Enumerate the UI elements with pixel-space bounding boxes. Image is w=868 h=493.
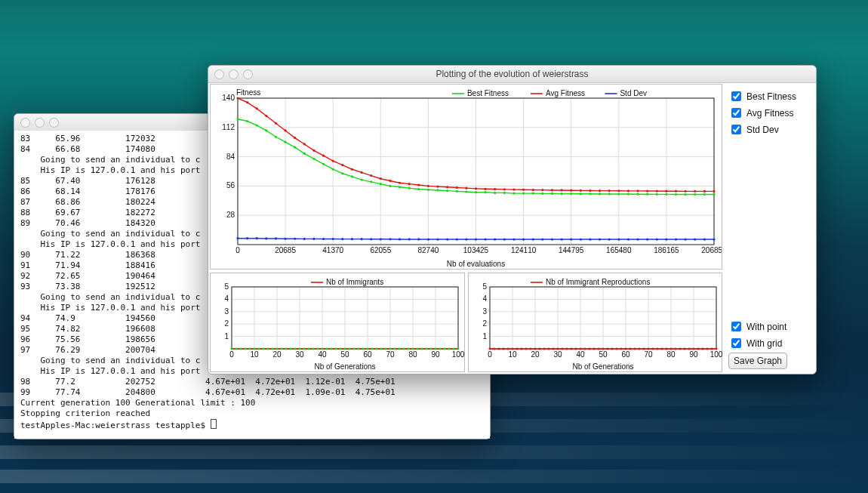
svg-point-326 — [615, 348, 617, 350]
svg-point-130 — [341, 238, 343, 240]
checkbox-input[interactable] — [731, 125, 741, 134]
svg-point-101 — [551, 189, 553, 191]
svg-point-103 — [570, 189, 572, 192]
svg-point-82 — [370, 174, 372, 177]
terminal-prompt: testApples-Mac:weierstrass testapple$ — [20, 421, 211, 430]
svg-point-94 — [485, 188, 487, 190]
svg-point-164 — [665, 238, 667, 240]
svg-text:Std Dev: Std Dev — [620, 89, 647, 97]
svg-point-69 — [246, 101, 248, 103]
svg-point-122 — [265, 237, 267, 239]
zoom-icon[interactable] — [49, 118, 59, 128]
svg-text:165480: 165480 — [606, 246, 632, 254]
svg-point-315 — [565, 348, 568, 350]
svg-point-57 — [617, 193, 620, 195]
svg-text:10: 10 — [508, 350, 517, 359]
svg-point-243 — [375, 348, 377, 350]
svg-text:0: 0 — [229, 350, 234, 359]
svg-point-150 — [532, 238, 534, 240]
plot-window: Plotting of the evolution of weierstrass… — [208, 65, 817, 374]
checkbox-input[interactable] — [731, 338, 741, 348]
svg-text:4: 4 — [224, 295, 229, 304]
checkbox-best-fitness[interactable]: Best Fitness — [728, 89, 811, 103]
save-graph-button[interactable]: Save Graph — [728, 353, 787, 369]
svg-point-331 — [638, 348, 640, 350]
svg-text:10: 10 — [250, 350, 259, 359]
svg-point-120 — [246, 237, 248, 239]
svg-text:50: 50 — [599, 350, 608, 359]
svg-point-108 — [617, 189, 620, 192]
svg-point-321 — [593, 348, 595, 350]
checkbox-input[interactable] — [731, 322, 741, 331]
svg-point-51 — [560, 193, 562, 195]
checkbox-input[interactable] — [731, 108, 741, 118]
svg-point-102 — [560, 189, 562, 191]
svg-point-88 — [427, 185, 429, 187]
svg-point-67 — [713, 193, 715, 196]
chart-immigrants: 010203040506070809010012345Nb of Generat… — [210, 273, 465, 372]
svg-point-113 — [665, 190, 667, 193]
svg-point-26 — [322, 163, 325, 165]
svg-point-148 — [512, 238, 515, 240]
svg-point-76 — [312, 149, 315, 152]
svg-point-83 — [380, 177, 382, 180]
svg-point-137 — [408, 238, 411, 240]
svg-point-43 — [485, 191, 487, 193]
svg-point-35 — [408, 187, 411, 189]
minimize-icon[interactable] — [35, 118, 45, 128]
svg-point-254 — [425, 348, 427, 350]
svg-point-20 — [265, 129, 267, 131]
svg-point-74 — [294, 137, 296, 139]
svg-point-228 — [307, 348, 309, 350]
svg-point-78 — [332, 160, 334, 162]
cursor-icon — [211, 419, 217, 429]
svg-point-70 — [256, 107, 258, 109]
svg-point-143 — [465, 238, 467, 240]
svg-point-112 — [656, 189, 658, 192]
svg-text:4: 4 — [482, 295, 487, 304]
svg-point-62 — [665, 193, 667, 196]
svg-point-54 — [589, 193, 591, 195]
svg-point-258 — [443, 348, 445, 350]
checkbox-std-dev[interactable]: Std Dev — [728, 122, 811, 137]
svg-text:Fitness: Fitness — [236, 88, 260, 97]
svg-point-109 — [627, 189, 629, 192]
svg-point-71 — [265, 115, 267, 117]
checkbox-avg-fitness[interactable]: Avg Fitness — [728, 106, 811, 120]
svg-point-39 — [446, 189, 448, 192]
svg-text:41370: 41370 — [322, 246, 343, 254]
svg-point-38 — [436, 189, 439, 191]
svg-text:2: 2 — [482, 319, 487, 328]
svg-point-37 — [427, 189, 429, 191]
svg-text:56: 56 — [226, 181, 235, 189]
plot-titlebar[interactable]: Plotting of the evolution of weierstrass — [208, 66, 816, 83]
checkbox-with-grid[interactable]: With grid — [728, 336, 811, 350]
svg-point-213 — [239, 348, 242, 350]
zoom-icon[interactable] — [243, 69, 253, 79]
svg-point-310 — [543, 348, 545, 350]
svg-point-159 — [617, 238, 620, 240]
svg-point-305 — [520, 348, 522, 350]
svg-point-89 — [436, 185, 439, 187]
svg-point-126 — [303, 238, 306, 240]
close-icon[interactable] — [20, 118, 30, 128]
svg-point-63 — [675, 193, 677, 196]
svg-text:20: 20 — [531, 350, 540, 359]
checkbox-label: Best Fitness — [746, 91, 796, 102]
svg-point-28 — [341, 172, 343, 174]
minimize-icon[interactable] — [229, 69, 239, 79]
svg-point-335 — [656, 348, 658, 350]
svg-point-158 — [608, 238, 611, 240]
svg-point-121 — [256, 237, 258, 239]
svg-text:Avg Fitness: Avg Fitness — [546, 89, 585, 97]
close-icon[interactable] — [214, 69, 224, 79]
plot-title: Plotting of the evolution of weierstrass — [436, 69, 588, 79]
checkbox-input[interactable] — [731, 91, 741, 101]
svg-point-32 — [380, 183, 382, 185]
checkbox-with-point[interactable]: With point — [728, 319, 811, 334]
svg-text:80: 80 — [666, 350, 676, 359]
svg-point-234 — [334, 348, 337, 350]
svg-text:30: 30 — [553, 350, 562, 359]
svg-point-90 — [446, 186, 448, 188]
svg-point-17 — [236, 118, 239, 120]
